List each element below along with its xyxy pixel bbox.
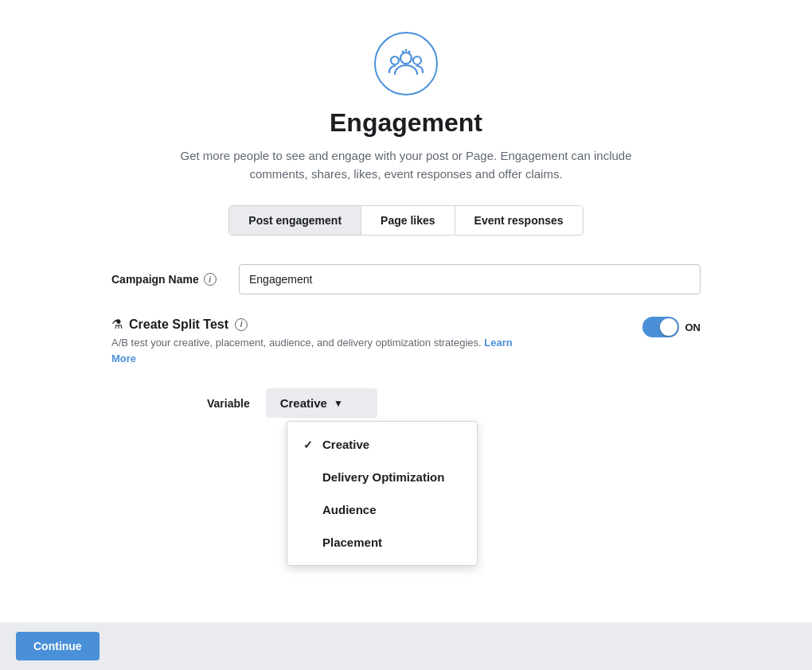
tab-group: Post engagement Page likes Event respons… (228, 205, 583, 236)
split-test-title: Create Split Test (129, 317, 228, 332)
split-test-title-row: ⚗ Create Split Test i (111, 317, 525, 332)
variable-dropdown-button[interactable]: Creative ▼ (266, 388, 377, 418)
toggle-label: ON (685, 321, 701, 333)
variable-dropdown-menu: ✓ Creative Delivery Optimization Audienc… (287, 421, 478, 566)
continue-button[interactable]: Continue (16, 632, 100, 660)
page-container: Engagement Get more people to see and en… (0, 0, 812, 670)
dropdown-item-audience[interactable]: Audience (287, 493, 477, 526)
bottom-bar: Continue (0, 622, 812, 670)
dropdown-label-placement: Placement (322, 536, 382, 549)
split-test-header: ⚗ Create Split Test i A/B test your crea… (111, 317, 701, 366)
svg-point-2 (413, 56, 421, 64)
checkmark-creative: ✓ (303, 438, 314, 451)
campaign-name-row: Campaign Name i (111, 264, 701, 294)
svg-point-3 (402, 51, 404, 53)
svg-point-0 (400, 53, 412, 64)
campaign-name-section: Campaign Name i (96, 264, 716, 317)
page-title: Engagement (330, 108, 482, 138)
variable-selected-label: Creative (280, 396, 327, 410)
dropdown-label-delivery: Delivery Optimization (322, 470, 444, 484)
split-test-info: ⚗ Create Split Test i A/B test your crea… (111, 317, 525, 366)
campaign-name-input[interactable] (239, 264, 701, 294)
variable-label: Variable (207, 397, 250, 410)
dropdown-item-creative[interactable]: ✓ Creative (287, 428, 477, 461)
split-test-toggle[interactable] (642, 317, 679, 337)
toggle-container: ON (642, 317, 701, 337)
svg-point-5 (408, 51, 411, 53)
campaign-name-label: Campaign Name i (111, 273, 239, 286)
split-test-info-icon[interactable]: i (235, 318, 248, 331)
dropdown-item-placement[interactable]: Placement (287, 526, 477, 559)
tab-event-responses[interactable]: Event responses (455, 206, 583, 235)
page-description: Get more people to see and engage with y… (175, 147, 637, 183)
chevron-down-icon: ▼ (334, 398, 343, 409)
svg-point-4 (405, 49, 408, 52)
tab-post-engagement[interactable]: Post engagement (229, 206, 361, 235)
toggle-knob (660, 318, 677, 336)
campaign-name-info-icon[interactable]: i (204, 273, 217, 286)
dropdown-label-creative: Creative (322, 438, 369, 451)
dropdown-item-delivery[interactable]: Delivery Optimization (287, 461, 477, 493)
tab-page-likes[interactable]: Page likes (361, 206, 455, 235)
split-test-section: ⚗ Create Split Test i A/B test your crea… (96, 317, 716, 418)
dropdown-label-audience: Audience (322, 503, 377, 516)
engagement-icon-circle (374, 32, 438, 95)
variable-row: Variable Creative ▼ ✓ Creative Delivery … (207, 388, 701, 418)
flask-icon: ⚗ (111, 317, 123, 332)
split-test-description: A/B test your creative, placement, audie… (111, 335, 525, 366)
svg-point-1 (391, 56, 399, 64)
